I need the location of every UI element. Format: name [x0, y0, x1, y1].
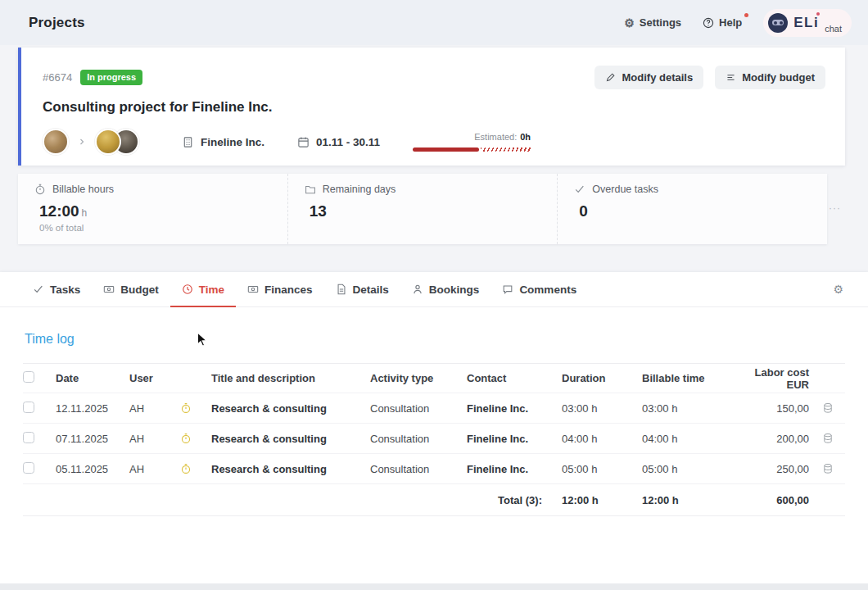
total-billable: 12:00 h [642, 494, 740, 506]
total-label: Total (3): [467, 494, 562, 506]
stat-overdue-tasks: Overdue tasks 0 [558, 174, 827, 244]
estimated-value: 0h [520, 132, 531, 142]
help-button[interactable]: Help [703, 16, 742, 29]
eli-suffix-label: chat [825, 24, 842, 34]
eli-brand-label: ELi [793, 15, 819, 31]
col-duration: Duration [562, 372, 642, 384]
col-date: Date [56, 372, 129, 384]
table-row[interactable]: 07.11.2025 AH Research & consulting Cons… [23, 423, 845, 453]
document-icon [336, 284, 347, 295]
timelog-table: Date User Title and description Activity… [0, 363, 868, 516]
cell-duration: 04:00 h [562, 433, 642, 445]
comment-icon [502, 284, 513, 295]
timelog-heading: Time log [25, 332, 868, 347]
project-id: #6674 [43, 71, 72, 84]
timer-icon [180, 402, 192, 414]
banknote-icon [103, 284, 115, 295]
estimated-label: Estimated: [474, 132, 517, 142]
stat-remaining-days: Remaining days 13 [288, 174, 558, 244]
cell-activity: Consultation [370, 433, 467, 445]
table-settings-gear-icon[interactable]: ⚙ [833, 283, 843, 296]
timer-icon [180, 463, 192, 474]
col-activity: Activity type [370, 372, 467, 384]
stat-billable-hours: Billable hours 12:00h 0% of total [18, 174, 288, 244]
coins-icon[interactable] [822, 402, 845, 414]
row-checkbox[interactable] [23, 462, 34, 474]
cell-activity: Consultation [370, 463, 467, 475]
topbar: Projects ⚙ Settings Help ELi chat [0, 0, 868, 45]
avatar-group[interactable] [43, 129, 139, 155]
cell-contact: Fineline Inc. [467, 433, 562, 445]
bottom-strip [0, 583, 868, 590]
tab-finances[interactable]: Finances [236, 272, 324, 306]
stats-more-button[interactable]: ··· [829, 202, 841, 214]
progress-hatch [481, 148, 531, 152]
tab-comments[interactable]: Comments [491, 272, 588, 306]
col-contact: Contact [467, 372, 562, 384]
tab-bar: Tasks Budget Time Finances Details Booki… [0, 272, 868, 307]
clock-icon [182, 284, 193, 295]
project-dates: 01.11 - 30.11 [297, 136, 380, 148]
page: Projects ⚙ Settings Help ELi chat #6 [0, 0, 868, 590]
cell-user: AH [129, 463, 174, 475]
settings-button[interactable]: ⚙ Settings [624, 16, 681, 29]
gear-icon: ⚙ [624, 17, 635, 29]
page-title: Projects [29, 15, 85, 31]
row-checkbox[interactable] [23, 432, 34, 443]
notification-dot [744, 13, 748, 17]
tab-budget[interactable]: Budget [92, 272, 170, 306]
project-card: #6674 In progress Modify details Modify … [18, 48, 845, 166]
cell-user: AH [129, 402, 174, 415]
progress-bar [413, 147, 531, 152]
col-cost: Labor cost EUR [740, 366, 822, 391]
content-panel: Tasks Budget Time Finances Details Booki… [0, 272, 868, 583]
stopwatch-icon [34, 184, 46, 195]
robot-icon [768, 13, 788, 33]
select-all-checkbox[interactable] [23, 371, 34, 383]
col-billable: Billable time [642, 372, 740, 384]
cell-title: Research & consulting [211, 433, 370, 445]
cell-activity: Consultation [370, 402, 467, 415]
pencil-icon [605, 72, 616, 83]
topbar-actions: ⚙ Settings Help ELi chat [624, 9, 852, 37]
cell-cost: 150,00 [740, 402, 822, 415]
progress-solid [413, 148, 479, 152]
check-icon [574, 184, 585, 195]
cell-date: 07.11.2025 [56, 433, 129, 445]
stats-panel: Billable hours 12:00h 0% of total Remain… [18, 174, 827, 244]
folder-icon [305, 184, 316, 195]
building-icon [182, 136, 194, 148]
banknote-icon [247, 284, 259, 295]
tab-time[interactable]: Time [170, 272, 236, 306]
table-header-row: Date User Title and description Activity… [23, 363, 845, 393]
list-lines-icon [726, 72, 736, 83]
cell-contact: Fineline Inc. [467, 463, 562, 475]
table-row[interactable]: 05.11.2025 AH Research & consulting Cons… [23, 453, 845, 483]
tab-bookings[interactable]: Bookings [400, 272, 491, 306]
row-checkbox[interactable] [23, 402, 34, 413]
coins-icon[interactable] [822, 463, 845, 474]
cell-duration: 03:00 h [562, 402, 642, 415]
modify-budget-button[interactable]: Modify budget [715, 66, 825, 89]
total-cost: 600,00 [740, 494, 822, 506]
coins-icon[interactable] [822, 433, 845, 444]
cell-duration: 05:00 h [562, 463, 642, 475]
avatar[interactable] [43, 129, 69, 155]
status-badge: In progress [80, 70, 142, 85]
chevron-right-icon [77, 137, 87, 147]
tab-details[interactable]: Details [324, 272, 400, 306]
cell-title: Research & consulting [211, 463, 370, 475]
eli-chat-button[interactable]: ELi chat [763, 9, 852, 37]
avatar[interactable] [95, 129, 121, 155]
table-row[interactable]: 12.11.2025 AH Research & consulting Cons… [23, 393, 845, 423]
person-icon [412, 284, 423, 295]
cell-cost: 200,00 [740, 433, 822, 445]
modify-details-button[interactable]: Modify details [594, 66, 703, 89]
calendar-icon [297, 136, 310, 148]
cell-billable: 03:00 h [642, 402, 740, 415]
cell-date: 05.11.2025 [56, 463, 129, 475]
cell-contact: Fineline Inc. [467, 402, 562, 415]
tab-tasks[interactable]: Tasks [21, 272, 92, 306]
cell-cost: 250,00 [740, 463, 822, 475]
question-circle-icon [703, 17, 714, 29]
